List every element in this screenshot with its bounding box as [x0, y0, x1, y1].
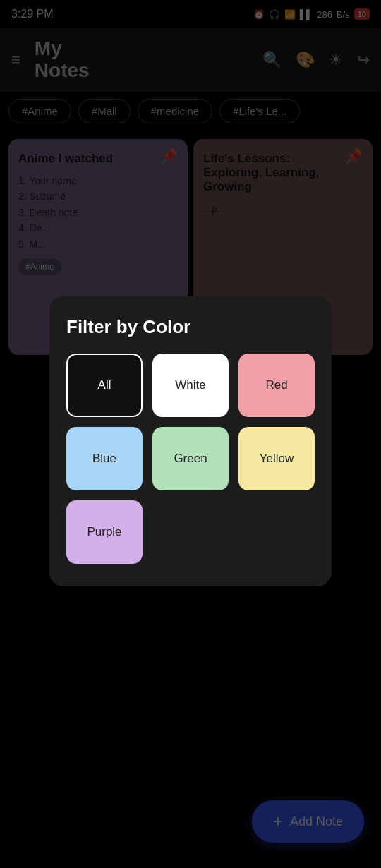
color-filter-blue[interactable]: Blue [66, 427, 143, 490]
color-filter-purple[interactable]: Purple [66, 500, 143, 564]
filter-title: Filter by Color [66, 316, 315, 338]
color-grid: All White Red Blue Green Yellow Purple [66, 354, 315, 564]
color-filter-white[interactable]: White [152, 354, 229, 417]
color-filter-green[interactable]: Green [152, 427, 229, 490]
color-filter-red[interactable]: Red [238, 354, 315, 417]
filter-dialog: Filter by Color All White Red Blue Green… [49, 296, 332, 586]
color-filter-yellow[interactable]: Yellow [238, 427, 315, 490]
color-filter-all[interactable]: All [66, 354, 143, 417]
